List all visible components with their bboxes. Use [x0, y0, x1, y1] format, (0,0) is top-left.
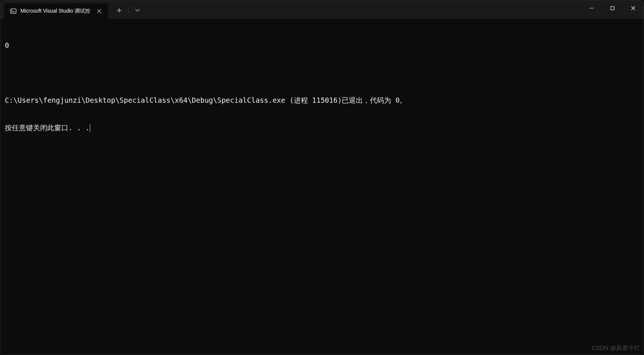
output-line	[5, 68, 639, 77]
tab-close-button[interactable]	[95, 7, 103, 15]
tab-dropdown-button[interactable]	[129, 3, 146, 18]
divider	[128, 6, 129, 14]
terminal-tab[interactable]: Microsoft Visual Studio 调试控	[4, 3, 108, 19]
window-controls	[581, 0, 644, 19]
output-line: 按任意键关闭此窗口. . .	[5, 123, 639, 132]
output-line: C:\Users\fengjunzi\Desktop\SpecialClass\…	[5, 96, 639, 105]
minimize-button[interactable]	[581, 0, 602, 16]
watermark: CSDN @风君子吖	[592, 345, 640, 352]
new-tab-button[interactable]	[111, 3, 127, 18]
titlebar: Microsoft Visual Studio 调试控	[0, 0, 644, 19]
close-button[interactable]	[623, 0, 644, 16]
maximize-button[interactable]	[602, 0, 623, 16]
titlebar-actions	[108, 0, 146, 19]
svg-rect-0	[11, 9, 16, 13]
output-line: 0	[5, 41, 639, 50]
terminal-output[interactable]: 0 C:\Users\fengjunzi\Desktop\SpecialClas…	[0, 19, 644, 145]
svg-rect-7	[611, 7, 614, 10]
titlebar-drag-area[interactable]	[146, 0, 581, 19]
terminal-icon	[10, 8, 17, 14]
tab-title: Microsoft Visual Studio 调试控	[20, 8, 92, 14]
